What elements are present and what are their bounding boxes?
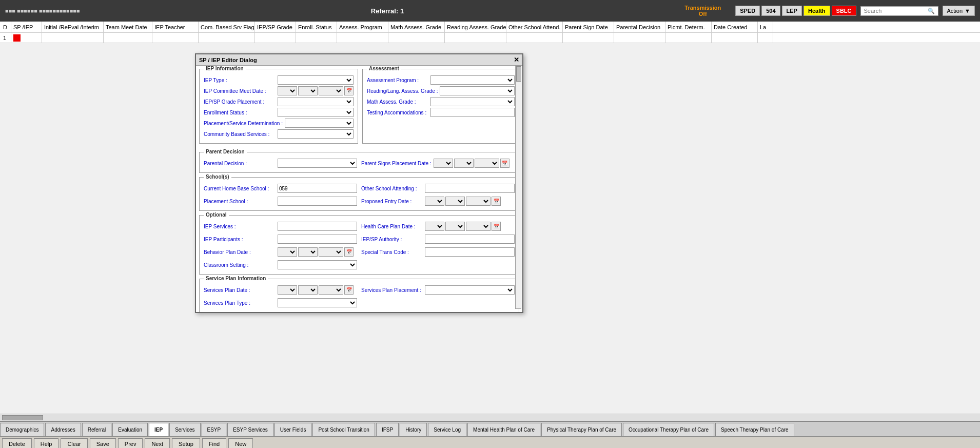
scrollbar-thumb[interactable] <box>516 66 521 82</box>
row-sp-iep-cell[interactable] <box>11 33 42 43</box>
scrollbar-thumb-h[interactable] <box>2 415 43 420</box>
col-assess-program: Assess. Program <box>337 22 388 32</box>
placement-service-row: Placement/Service Determination : <box>204 119 354 128</box>
other-school-input[interactable] <box>425 184 515 193</box>
tab-service-log[interactable]: Service Log <box>428 423 466 436</box>
row-d-cell: 1 <box>1 33 11 43</box>
clear-button[interactable]: Clear <box>61 438 87 449</box>
dialog-scrollbar[interactable] <box>515 66 521 309</box>
tab-post-school-transition[interactable]: Post School Transition <box>312 423 375 436</box>
next-button[interactable]: Next <box>145 438 170 449</box>
current-home-base-input[interactable] <box>278 184 357 193</box>
assessment-legend: Assessment <box>367 66 401 71</box>
iep-sp-authority-input[interactable] <box>425 235 515 244</box>
services-plan-day[interactable] <box>298 285 318 295</box>
services-plan-cal-button[interactable]: 📅 <box>344 285 354 295</box>
iep-committee-day[interactable] <box>298 86 318 95</box>
iep-committee-cal-button[interactable]: 📅 <box>344 86 354 95</box>
iep-type-select[interactable] <box>278 75 354 85</box>
new-button[interactable]: New <box>228 438 253 449</box>
health-button[interactable]: Health <box>803 6 830 16</box>
testing-accommodations-input[interactable] <box>430 108 515 117</box>
placement-school-input[interactable] <box>278 197 357 206</box>
504-button[interactable]: 504 <box>761 6 780 16</box>
help-button[interactable]: Help <box>34 438 59 449</box>
col-reading-assess: Reading Assess. Grade <box>445 22 506 32</box>
placement-service-select[interactable] <box>285 119 354 128</box>
horizontal-scrollbar[interactable] <box>0 414 980 421</box>
tab-user-fields[interactable]: User Fields <box>275 423 312 436</box>
health-care-cal-button[interactable]: 📅 <box>492 222 501 231</box>
find-button[interactable]: Find <box>202 438 226 449</box>
iep-sp-grade-row: IEP/SP Grade Placement : <box>204 97 354 106</box>
search-input[interactable] <box>864 8 926 14</box>
classroom-setting-select[interactable] <box>278 260 357 269</box>
tab-mental-health[interactable]: Mental Health Plan of Care <box>467 423 540 436</box>
proposed-entry-day[interactable] <box>445 197 465 206</box>
main-content: SP / IEP Editor Dialog ✕ IEP Information… <box>0 43 980 414</box>
math-assess-label: Math Assess. Grade : <box>367 99 428 105</box>
tab-occupational-therapy[interactable]: Occupational Therapy Plan of Care <box>623 423 714 436</box>
parent-signs-day[interactable] <box>454 159 474 168</box>
proposed-entry-cal-button[interactable]: 📅 <box>492 197 501 206</box>
services-plan-type-select[interactable] <box>278 298 357 307</box>
iep-services-input[interactable] <box>278 222 357 231</box>
iep-committee-month[interactable] <box>278 86 297 95</box>
tab-esyp[interactable]: ESYP <box>202 423 227 436</box>
save-button[interactable]: Save <box>90 438 116 449</box>
tab-demographics[interactable]: Demographics <box>0 423 44 436</box>
special-trans-input[interactable] <box>425 247 515 257</box>
tab-evaluation[interactable]: Evaluation <box>112 423 148 436</box>
parental-decision-label: Parental Decision : <box>204 161 276 166</box>
tab-services[interactable]: Services <box>169 423 200 436</box>
tab-iep[interactable]: IEP <box>149 423 168 436</box>
behavior-plan-day[interactable] <box>298 247 318 257</box>
classroom-setting-row: Classroom Setting : <box>204 260 357 269</box>
tab-referral[interactable]: Referral <box>82 423 112 436</box>
tab-esyp-services[interactable]: ESYP Services <box>227 423 273 436</box>
behavior-plan-cal-button[interactable]: 📅 <box>344 247 354 257</box>
health-care-month[interactable] <box>425 222 444 231</box>
parent-signs-row: Parent Signs Placement Date : 📅 <box>361 159 515 168</box>
assessment-program-row: Assessment Program : <box>367 75 515 85</box>
services-plan-month[interactable] <box>278 285 297 295</box>
behavior-plan-month[interactable] <box>278 247 297 257</box>
tab-speech-therapy[interactable]: Speech Therapy Plan of Care <box>715 423 794 436</box>
setup-button[interactable]: Setup <box>172 438 200 449</box>
parent-signs-cal-button[interactable]: 📅 <box>500 159 509 168</box>
dialog-title: SP / IEP Editor Dialog <box>199 57 257 63</box>
iep-participants-input[interactable] <box>278 235 357 244</box>
assessment-program-select[interactable] <box>430 75 515 85</box>
tab-addresses[interactable]: Addresses <box>45 423 81 436</box>
behavior-plan-year[interactable] <box>319 247 343 257</box>
math-assess-select[interactable] <box>430 97 515 106</box>
parent-signs-year[interactable] <box>475 159 499 168</box>
testing-accommodations-label: Testing Accommodations : <box>367 110 428 115</box>
parent-signs-month[interactable] <box>434 159 453 168</box>
health-care-day[interactable] <box>445 222 465 231</box>
parent-decision-section: Parent Decision Parental Decision : Pare… <box>199 152 519 173</box>
enrollment-status-select[interactable] <box>278 108 354 117</box>
sped-button[interactable]: SPED <box>735 6 760 16</box>
iep-sp-grade-select[interactable] <box>278 97 354 106</box>
reading-lang-select[interactable] <box>440 86 515 95</box>
prev-button[interactable]: Prev <box>118 438 143 449</box>
lep-button[interactable]: LEP <box>782 6 802 16</box>
tab-history[interactable]: History <box>400 423 427 436</box>
sblc-button[interactable]: SBLC <box>832 6 856 16</box>
parental-decision-select[interactable] <box>278 159 357 168</box>
community-based-select[interactable] <box>278 129 354 139</box>
tab-physical-therapy[interactable]: Physical Therapy Plan of Care <box>541 423 622 436</box>
services-plan-placement-select[interactable] <box>425 285 515 295</box>
iep-committee-year[interactable] <box>319 86 343 95</box>
sp-iep-indicator[interactable] <box>13 34 21 42</box>
close-icon[interactable]: ✕ <box>514 56 519 64</box>
search-icon[interactable]: 🔍 <box>928 8 935 14</box>
action-dropdown[interactable]: Action ▼ <box>943 6 975 16</box>
tab-ifsp[interactable]: IFSP <box>376 423 399 436</box>
delete-button[interactable]: Delete <box>2 438 32 449</box>
services-plan-year[interactable] <box>319 285 343 295</box>
proposed-entry-month[interactable] <box>425 197 444 206</box>
proposed-entry-year[interactable] <box>466 197 491 206</box>
health-care-year[interactable] <box>466 222 491 231</box>
